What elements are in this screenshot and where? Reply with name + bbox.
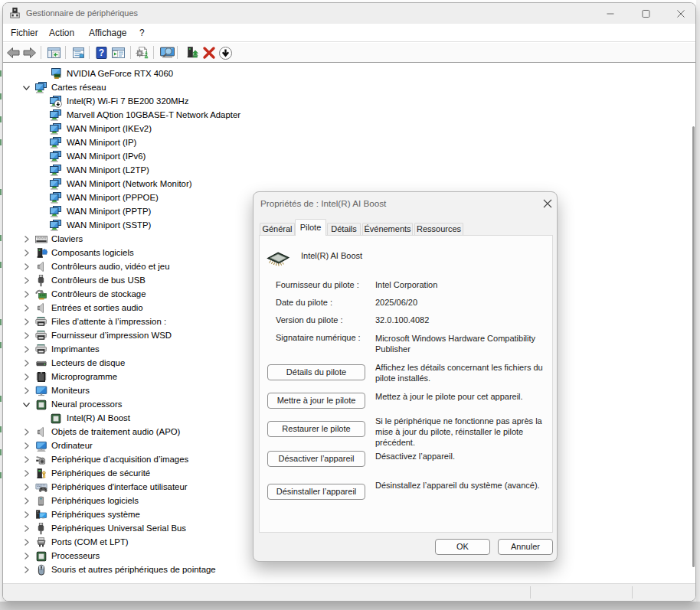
- svg-text:?: ?: [99, 47, 104, 58]
